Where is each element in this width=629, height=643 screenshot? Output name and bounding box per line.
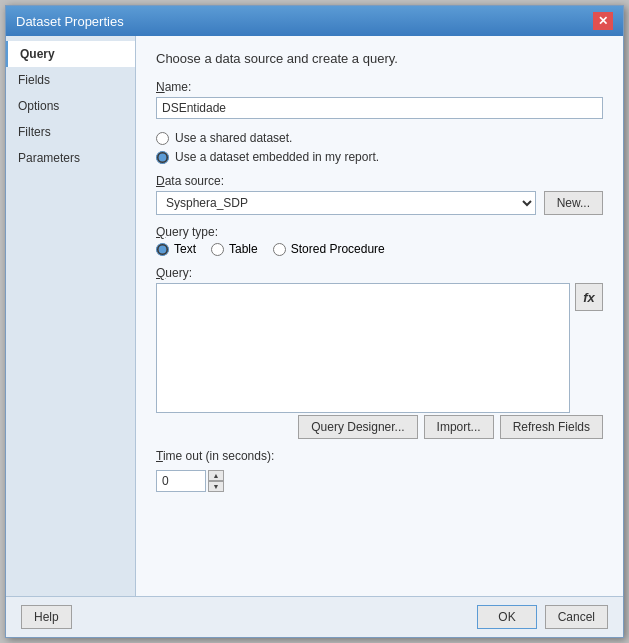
refresh-fields-button[interactable]: Refresh Fields — [500, 415, 603, 439]
query-type-stored-procedure-option[interactable]: Stored Procedure — [273, 242, 385, 256]
datasource-section: Data source: Sysphera_SDP New... — [156, 174, 603, 215]
query-textarea[interactable] — [156, 283, 570, 413]
query-type-text-label: Text — [174, 242, 196, 256]
sidebar-item-options[interactable]: Options — [6, 93, 135, 119]
query-type-section: Query type: Text Table Stored Procedure — [156, 225, 603, 256]
name-section: Name: — [156, 80, 603, 119]
timeout-section: Time out (in seconds): ▲ ▼ — [156, 449, 603, 492]
import-button[interactable]: Import... — [424, 415, 494, 439]
query-designer-button[interactable]: Query Designer... — [298, 415, 417, 439]
ok-button[interactable]: OK — [477, 605, 536, 629]
query-type-stored-procedure-radio[interactable] — [273, 243, 286, 256]
query-type-stored-procedure-label: Stored Procedure — [291, 242, 385, 256]
help-button[interactable]: Help — [21, 605, 72, 629]
sidebar-item-fields[interactable]: Fields — [6, 67, 135, 93]
query-type-text-option[interactable]: Text — [156, 242, 196, 256]
cancel-button[interactable]: Cancel — [545, 605, 608, 629]
timeout-input[interactable] — [156, 470, 206, 492]
datasource-select[interactable]: Sysphera_SDP — [156, 191, 536, 215]
timeout-label: Time out (in seconds): — [156, 449, 603, 463]
query-type-row: Text Table Stored Procedure — [156, 242, 603, 256]
datasource-label: Data source: — [156, 174, 603, 188]
timeout-increment-button[interactable]: ▲ — [208, 470, 224, 481]
dialog-body: Query Fields Options Filters Parameters … — [6, 36, 623, 596]
close-button[interactable]: ✕ — [593, 12, 613, 30]
shared-dataset-radio[interactable] — [156, 132, 169, 145]
dialog-container: Dataset Properties ✕ Query Fields Option… — [5, 5, 624, 638]
timeout-spinner: ▲ ▼ — [208, 470, 224, 492]
sidebar-item-filters[interactable]: Filters — [6, 119, 135, 145]
timeout-input-row: ▲ ▼ — [156, 470, 603, 492]
shared-dataset-option[interactable]: Use a shared dataset. — [156, 131, 603, 145]
query-type-table-radio[interactable] — [211, 243, 224, 256]
sidebar-item-parameters[interactable]: Parameters — [6, 145, 135, 171]
embedded-dataset-option[interactable]: Use a dataset embedded in my report. — [156, 150, 603, 164]
name-label: Name: — [156, 80, 603, 94]
sidebar: Query Fields Options Filters Parameters — [6, 36, 136, 596]
shared-dataset-label: Use a shared dataset. — [175, 131, 292, 145]
main-content: Choose a data source and create a query.… — [136, 36, 623, 596]
fx-button[interactable]: fx — [575, 283, 603, 311]
footer-right: OK Cancel — [477, 605, 608, 629]
embedded-dataset-radio[interactable] — [156, 151, 169, 164]
datasource-row: Sysphera_SDP New... — [156, 191, 603, 215]
embedded-dataset-label: Use a dataset embedded in my report. — [175, 150, 379, 164]
sidebar-item-query[interactable]: Query — [6, 41, 135, 67]
query-type-label: Query type: — [156, 225, 603, 239]
query-type-table-option[interactable]: Table — [211, 242, 258, 256]
query-type-text-radio[interactable] — [156, 243, 169, 256]
query-label: Query: — [156, 266, 603, 280]
query-type-table-label: Table — [229, 242, 258, 256]
dataset-source-group: Use a shared dataset. Use a dataset embe… — [156, 131, 603, 164]
title-bar: Dataset Properties ✕ — [6, 6, 623, 36]
new-button[interactable]: New... — [544, 191, 603, 215]
timeout-decrement-button[interactable]: ▼ — [208, 481, 224, 492]
name-input[interactable] — [156, 97, 603, 119]
dialog-title: Dataset Properties — [16, 14, 124, 29]
query-section: Query: fx Query Designer... Import... Re… — [156, 266, 603, 439]
description-text: Choose a data source and create a query. — [156, 51, 603, 66]
query-buttons-row: Query Designer... Import... Refresh Fiel… — [156, 415, 603, 439]
dialog-footer: Help OK Cancel — [6, 596, 623, 637]
query-area-container: fx — [156, 283, 603, 413]
